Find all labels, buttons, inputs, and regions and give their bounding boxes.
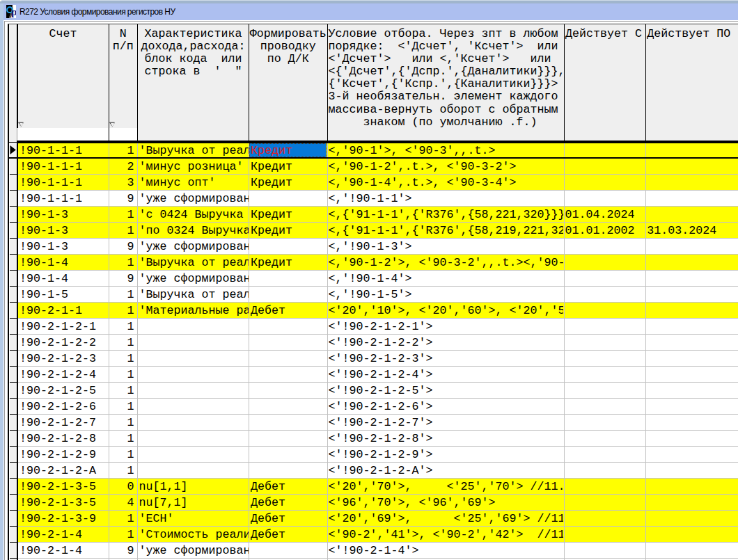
svg-text:p: p bbox=[11, 6, 16, 17]
